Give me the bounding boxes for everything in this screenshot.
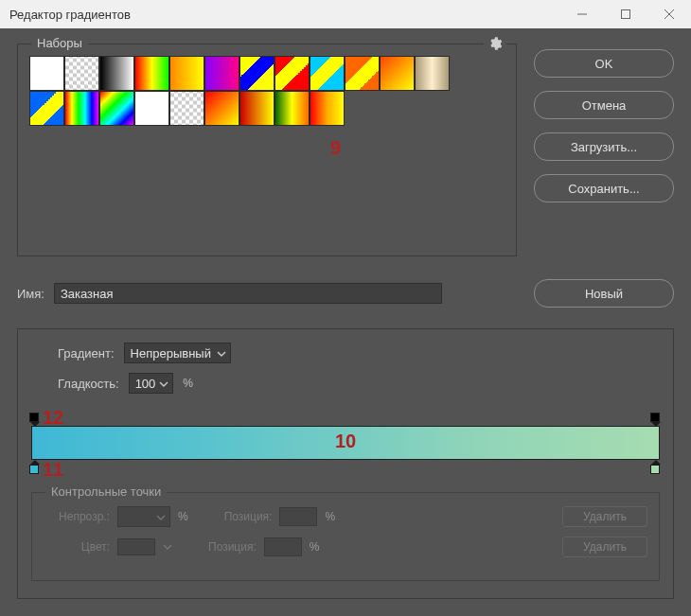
preset-swatch[interactable] — [169, 91, 204, 126]
gradient-type-label: Градиент: — [58, 346, 115, 361]
gradient-type-value: Непрерывный — [131, 346, 211, 361]
preset-swatch[interactable] — [99, 91, 134, 126]
preset-swatch[interactable] — [310, 91, 345, 126]
color-well[interactable] — [117, 538, 155, 555]
gradient-bar-wrap: 12 10 11 — [31, 411, 660, 475]
color-stop-left[interactable] — [29, 460, 41, 473]
svg-rect-1 — [622, 10, 630, 19]
delete-color-stop-button[interactable]: Удалить — [562, 537, 647, 557]
annotation-10: 10 — [335, 431, 356, 452]
preset-swatch[interactable] — [64, 91, 99, 126]
preset-swatch[interactable] — [134, 56, 169, 91]
opacity-stop-right[interactable] — [650, 413, 662, 426]
window-title: Редактор градиентов — [9, 8, 560, 22]
chevron-down-icon — [159, 378, 168, 392]
preset-swatch[interactable] — [134, 91, 169, 126]
position-label: Позиция: — [208, 540, 257, 554]
preset-swatch[interactable] — [380, 56, 415, 91]
preset-swatch[interactable] — [275, 56, 310, 91]
annotation-9: 9 — [330, 137, 341, 159]
preset-swatch[interactable] — [204, 91, 239, 126]
presets-label: Наборы — [31, 36, 88, 50]
gradient-type-select[interactable]: Непрерывный — [124, 343, 231, 363]
gradient-bar[interactable]: 10 — [31, 426, 660, 460]
preset-swatch[interactable] — [239, 91, 275, 126]
preset-swatch[interactable] — [204, 56, 239, 91]
preset-swatch[interactable] — [310, 56, 345, 91]
preset-swatch[interactable] — [345, 56, 380, 91]
smoothness-value: 100 — [135, 377, 156, 391]
new-button[interactable]: Новый — [534, 279, 674, 308]
position-label: Позиция: — [224, 510, 273, 523]
stops-label: Контрольные точки — [45, 484, 167, 499]
gear-icon[interactable] — [484, 36, 506, 54]
preset-swatch[interactable] — [29, 91, 64, 126]
delete-opacity-stop-button[interactable]: Удалить — [562, 506, 647, 527]
smoothness-unit: % — [183, 377, 193, 390]
opacity-label: Непрозр.: — [44, 510, 110, 523]
ok-button[interactable]: OK — [534, 49, 674, 78]
preset-swatch[interactable] — [64, 56, 99, 91]
smoothness-label: Гладкость: — [58, 377, 119, 391]
chevron-down-icon — [217, 347, 226, 361]
minimize-button[interactable] — [560, 0, 604, 28]
preset-swatch[interactable] — [169, 56, 204, 91]
annotation-11: 11 — [43, 459, 63, 481]
save-button[interactable]: Сохранить... — [534, 174, 674, 202]
preset-swatch[interactable] — [99, 56, 134, 91]
color-position-input[interactable] — [264, 537, 302, 556]
color-stop-right[interactable] — [650, 460, 662, 473]
maximize-button[interactable] — [604, 0, 647, 28]
opacity-stop-left[interactable] — [29, 413, 41, 426]
opacity-input[interactable] — [117, 506, 170, 527]
stops-panel: Контрольные точки Непрозр.: % Позиция: %… — [31, 492, 660, 581]
close-button[interactable] — [647, 0, 691, 28]
gradient-panel: Градиент: Непрерывный Гладкость: 100 % 1… — [17, 328, 674, 599]
preset-swatch[interactable] — [415, 56, 450, 91]
titlebar: Редактор градиентов — [0, 0, 691, 28]
smoothness-input[interactable]: 100 — [129, 373, 174, 394]
preset-swatch[interactable] — [275, 91, 310, 126]
opacity-unit: % — [178, 510, 188, 523]
load-button[interactable]: Загрузить... — [534, 132, 674, 161]
preset-swatch[interactable] — [239, 56, 275, 91]
position-unit: % — [325, 510, 335, 523]
name-input[interactable] — [54, 283, 442, 304]
cancel-button[interactable]: Отмена — [534, 91, 674, 119]
presets-panel: Наборы — [17, 44, 517, 256]
color-label: Цвет: — [44, 540, 110, 554]
chevron-down-icon[interactable] — [163, 540, 172, 554]
name-label: Имя: — [17, 287, 44, 301]
preset-swatch-grid — [29, 56, 484, 126]
chevron-down-icon — [156, 511, 166, 525]
opacity-position-input[interactable] — [279, 507, 317, 526]
position-unit: % — [310, 540, 320, 554]
preset-swatch[interactable] — [29, 56, 64, 91]
